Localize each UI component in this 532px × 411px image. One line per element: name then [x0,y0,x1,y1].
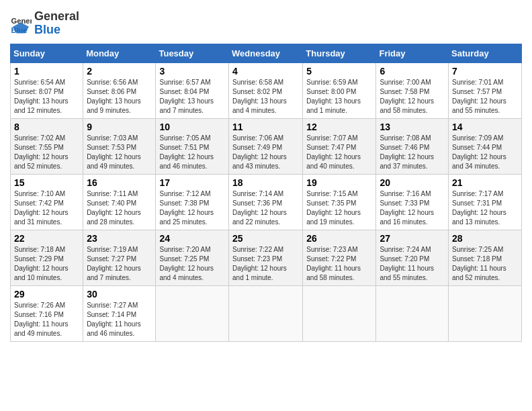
header-monday: Monday [83,44,156,62]
calendar-cell: 18Sunrise: 7:14 AMSunset: 7:36 PMDayligh… [229,174,303,230]
calendar-cell: 8Sunrise: 7:02 AMSunset: 7:55 PMDaylight… [11,118,83,174]
logo-general: General [34,9,79,23]
day-info: Sunrise: 7:18 AMSunset: 7:29 PMDaylight:… [14,245,79,283]
day-number: 16 [87,177,152,188]
calendar-week-4: 22Sunrise: 7:18 AMSunset: 7:29 PMDayligh… [11,230,522,285]
header-saturday: Saturday [449,44,522,62]
calendar-week-2: 8Sunrise: 7:02 AMSunset: 7:55 PMDaylight… [11,118,522,174]
day-info: Sunrise: 7:22 AMSunset: 7:23 PMDaylight:… [232,245,299,283]
calendar-cell: 7Sunrise: 7:01 AMSunset: 7:57 PMDaylight… [449,62,522,118]
day-info: Sunrise: 7:00 AMSunset: 7:58 PMDaylight:… [380,78,445,116]
day-info: Sunrise: 7:17 AMSunset: 7:31 PMDaylight:… [452,189,518,227]
calendar-cell [376,285,449,341]
day-number: 27 [380,233,445,244]
day-number: 19 [306,177,372,188]
calendar-cell: 22Sunrise: 7:18 AMSunset: 7:29 PMDayligh… [11,230,83,285]
logo-icon: General Blue [10,13,32,34]
day-number: 12 [306,122,372,132]
day-info: Sunrise: 6:57 AMSunset: 8:04 PMDaylight:… [159,78,225,116]
day-number: 9 [87,122,152,132]
calendar-cell: 4Sunrise: 6:58 AMSunset: 8:02 PMDaylight… [229,62,303,118]
day-number: 24 [159,233,225,244]
day-number: 4 [232,66,299,77]
day-number: 22 [14,233,79,244]
calendar-cell: 29Sunrise: 7:26 AMSunset: 7:16 PMDayligh… [11,285,83,341]
day-number: 30 [87,289,152,300]
day-number: 28 [452,233,518,244]
day-info: Sunrise: 7:05 AMSunset: 7:51 PMDaylight:… [159,134,225,171]
header-tuesday: Tuesday [156,44,229,62]
day-info: Sunrise: 7:27 AMSunset: 7:14 PMDaylight:… [87,301,152,338]
calendar-cell: 10Sunrise: 7:05 AMSunset: 7:51 PMDayligh… [156,118,229,174]
day-info: Sunrise: 7:23 AMSunset: 7:22 PMDaylight:… [306,245,372,283]
calendar-cell: 24Sunrise: 7:20 AMSunset: 7:25 PMDayligh… [156,230,229,285]
header-wednesday: Wednesday [229,44,303,62]
day-info: Sunrise: 7:02 AMSunset: 7:55 PMDaylight:… [14,134,79,171]
day-number: 20 [380,177,445,188]
calendar-cell [449,285,522,341]
calendar-week-3: 15Sunrise: 7:10 AMSunset: 7:42 PMDayligh… [11,174,522,230]
calendar-cell: 25Sunrise: 7:22 AMSunset: 7:23 PMDayligh… [229,230,303,285]
day-number: 8 [14,122,79,132]
day-info: Sunrise: 7:03 AMSunset: 7:53 PMDaylight:… [87,134,152,171]
day-info: Sunrise: 7:11 AMSunset: 7:40 PMDaylight:… [87,189,152,227]
calendar-cell: 28Sunrise: 7:25 AMSunset: 7:18 PMDayligh… [449,230,522,285]
day-info: Sunrise: 7:20 AMSunset: 7:25 PMDaylight:… [159,245,225,283]
day-number: 25 [232,233,299,244]
calendar-cell [156,285,229,341]
calendar-week-1: 1Sunrise: 6:54 AMSunset: 8:07 PMDaylight… [11,62,522,118]
day-info: Sunrise: 7:25 AMSunset: 7:18 PMDaylight:… [452,245,518,283]
header-thursday: Thursday [303,44,376,62]
day-number: 3 [159,66,225,77]
day-info: Sunrise: 6:56 AMSunset: 8:06 PMDaylight:… [87,78,152,116]
day-info: Sunrise: 7:12 AMSunset: 7:38 PMDaylight:… [159,189,225,227]
day-number: 7 [452,66,518,77]
day-number: 29 [14,289,79,300]
day-info: Sunrise: 6:58 AMSunset: 8:02 PMDaylight:… [232,78,299,116]
calendar-cell: 9Sunrise: 7:03 AMSunset: 7:53 PMDaylight… [83,118,156,174]
calendar-cell: 23Sunrise: 7:19 AMSunset: 7:27 PMDayligh… [83,230,156,285]
day-info: Sunrise: 7:14 AMSunset: 7:36 PMDaylight:… [232,189,299,227]
day-number: 26 [306,233,372,244]
calendar-table: SundayMondayTuesdayWednesdayThursdayFrid… [10,44,522,342]
calendar-cell: 30Sunrise: 7:27 AMSunset: 7:14 PMDayligh… [83,285,156,341]
logo: General Blue General Blue [10,10,79,37]
svg-text:Blue: Blue [11,26,28,34]
day-number: 18 [232,177,299,188]
calendar-cell [303,285,376,341]
day-info: Sunrise: 6:54 AMSunset: 8:07 PMDaylight:… [14,78,79,116]
calendar-cell: 21Sunrise: 7:17 AMSunset: 7:31 PMDayligh… [449,174,522,230]
day-info: Sunrise: 7:19 AMSunset: 7:27 PMDaylight:… [87,245,152,283]
day-info: Sunrise: 7:10 AMSunset: 7:42 PMDaylight:… [14,189,79,227]
day-number: 10 [159,122,225,132]
calendar-cell: 11Sunrise: 7:06 AMSunset: 7:49 PMDayligh… [229,118,303,174]
calendar-cell: 14Sunrise: 7:09 AMSunset: 7:44 PMDayligh… [449,118,522,174]
calendar-cell: 20Sunrise: 7:16 AMSunset: 7:33 PMDayligh… [376,174,449,230]
calendar-cell: 12Sunrise: 7:07 AMSunset: 7:47 PMDayligh… [303,118,376,174]
day-number: 2 [87,66,152,77]
day-number: 15 [14,177,79,188]
calendar-cell: 26Sunrise: 7:23 AMSunset: 7:22 PMDayligh… [303,230,376,285]
calendar-cell [229,285,303,341]
day-info: Sunrise: 7:24 AMSunset: 7:20 PMDaylight:… [380,245,445,283]
day-number: 14 [452,122,518,132]
calendar-cell: 13Sunrise: 7:08 AMSunset: 7:46 PMDayligh… [376,118,449,174]
header-sunday: Sunday [11,44,83,62]
day-info: Sunrise: 7:01 AMSunset: 7:57 PMDaylight:… [452,78,518,116]
calendar-cell: 2Sunrise: 6:56 AMSunset: 8:06 PMDaylight… [83,62,156,118]
day-number: 5 [306,66,372,77]
logo-blue: Blue [34,24,79,37]
day-number: 17 [159,177,225,188]
calendar-cell: 15Sunrise: 7:10 AMSunset: 7:42 PMDayligh… [11,174,83,230]
day-info: Sunrise: 7:26 AMSunset: 7:16 PMDaylight:… [14,301,79,338]
calendar-header-row: SundayMondayTuesdayWednesdayThursdayFrid… [11,44,522,62]
header-friday: Friday [376,44,449,62]
day-number: 11 [232,122,299,132]
day-info: Sunrise: 7:08 AMSunset: 7:46 PMDaylight:… [380,134,445,171]
day-info: Sunrise: 7:07 AMSunset: 7:47 PMDaylight:… [306,134,372,171]
day-number: 13 [380,122,445,132]
calendar-cell: 16Sunrise: 7:11 AMSunset: 7:40 PMDayligh… [83,174,156,230]
day-info: Sunrise: 6:59 AMSunset: 8:00 PMDaylight:… [306,78,372,116]
day-number: 21 [452,177,518,188]
calendar-cell: 17Sunrise: 7:12 AMSunset: 7:38 PMDayligh… [156,174,229,230]
